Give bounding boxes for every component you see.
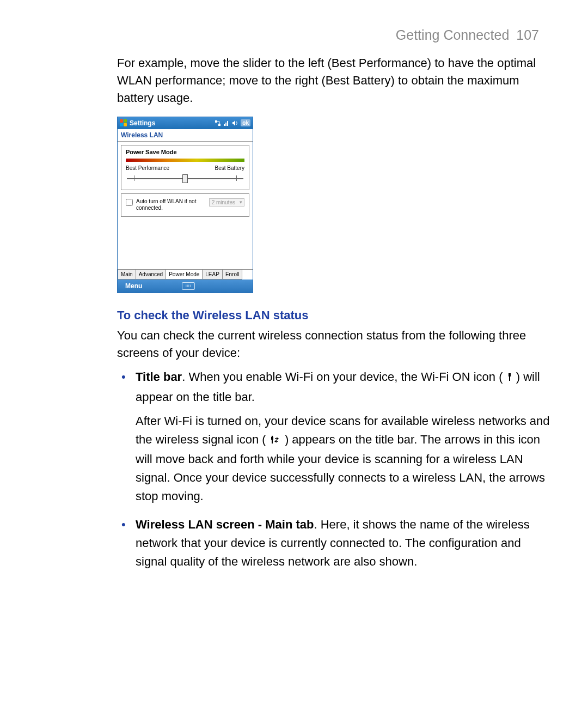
svg-rect-0 (215, 120, 217, 123)
device-bottombar: Menu ∷∷ (118, 280, 253, 293)
bullet-title-bar: Title bar. When you enable Wi-Fi on your… (117, 368, 550, 506)
section-name: Getting Connected (396, 27, 509, 42)
signal-icon[interactable] (223, 120, 230, 126)
svg-point-9 (271, 435, 273, 437)
tab-advanced[interactable]: Advanced (136, 270, 166, 280)
gradient-bar (126, 159, 244, 162)
tab-strip: Main Advanced Power Mode LEAP Enroll (118, 269, 253, 280)
section-intro: You can check the current wireless conne… (117, 327, 550, 362)
titlebar-title: Settings (130, 119, 155, 127)
section-heading: To check the Wireless LAN status (117, 308, 550, 323)
connectivity-icon[interactable] (215, 120, 221, 126)
tab-leap[interactable]: LEAP (202, 270, 223, 280)
svg-rect-2 (224, 124, 225, 126)
svg-rect-5 (509, 373, 511, 376)
auto-off-label: Auto turn off WLAN if not connected. (136, 198, 206, 212)
windows-logo-icon (120, 119, 127, 127)
panel-title: Power Save Mode (121, 145, 249, 157)
bullet-lead: Title bar (136, 370, 182, 384)
bullet-lead: Wireless LAN screen - Main tab (136, 518, 314, 531)
tab-main[interactable]: Main (118, 270, 136, 280)
bullet-main-tab: Wireless LAN screen - Main tab. Here, it… (117, 515, 550, 571)
ok-button[interactable]: ok (241, 119, 250, 126)
svg-rect-7 (271, 437, 273, 440)
svg-rect-6 (509, 376, 510, 381)
auto-off-checkbox[interactable] (126, 199, 133, 206)
auto-off-dropdown[interactable]: 2 minutes (209, 198, 244, 206)
slider-thumb[interactable] (182, 174, 188, 183)
screen-breadcrumb: Wireless LAN (118, 129, 253, 142)
bullet-list: Title bar. When you enable Wi-Fi on your… (117, 368, 550, 571)
power-slider[interactable] (127, 172, 243, 184)
menu-button[interactable]: Menu (118, 282, 150, 290)
svg-rect-1 (218, 124, 220, 126)
tab-enroll[interactable]: Enroll (222, 270, 243, 280)
wifi-on-icon (506, 369, 513, 387)
blank-area (118, 220, 253, 269)
wifi-signal-icon (270, 432, 281, 450)
right-label: Best Battery (215, 165, 244, 171)
svg-rect-3 (225, 123, 226, 126)
auto-off-row: Auto turn off WLAN if not connected. 2 m… (121, 193, 249, 217)
left-label: Best Performance (126, 165, 169, 171)
intro-paragraph: For example, move the slider to the left… (117, 54, 550, 107)
device-titlebar: Settings ok (118, 117, 253, 129)
svg-rect-4 (227, 121, 228, 126)
device-screenshot: Settings ok Wireless LAN Power Save Mode… (117, 117, 253, 293)
slider-labels: Best Performance Best Battery (121, 165, 249, 171)
tab-power-mode[interactable]: Power Mode (166, 270, 203, 280)
page-header: Getting Connected 107 (396, 27, 539, 43)
keyboard-icon[interactable]: ∷∷ (182, 282, 195, 290)
manual-page: Getting Connected 107 For example, move … (0, 0, 588, 723)
page-number: 107 (516, 27, 539, 42)
power-save-panel: Power Save Mode Best Performance Best Ba… (121, 145, 249, 190)
speaker-icon[interactable] (232, 120, 238, 126)
svg-rect-8 (272, 440, 273, 443)
